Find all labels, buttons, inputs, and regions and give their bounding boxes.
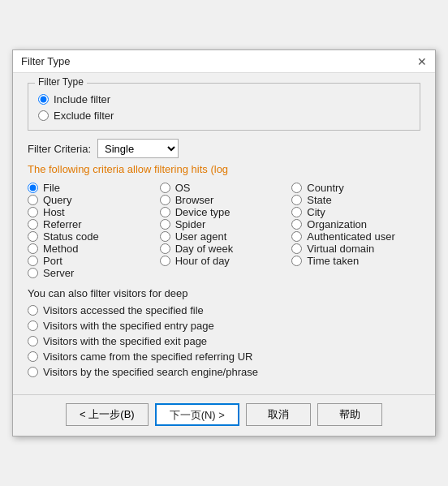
visitor-radio-4[interactable] [28,351,38,362]
hour-of-day-label[interactable]: Hour of day [175,255,230,267]
title-bar: Filter Type ✕ [13,50,435,73]
visitor-label-1[interactable]: Visitors accessed the specified file [43,304,204,316]
user-agent-label[interactable]: User agent [175,230,227,243]
method-radio[interactable] [28,243,38,254]
method-label[interactable]: Method [43,243,78,255]
visitor-row-5: Visitors by the specified search engine/… [28,366,420,378]
exclude-filter-radio[interactable] [38,110,49,121]
state-radio[interactable] [291,195,302,205]
criteria-grid: File Query Host Referrer Status code [28,182,420,279]
state-label[interactable]: State [307,194,331,206]
host-row: Host [28,206,157,218]
include-filter-radio[interactable] [38,94,49,105]
os-radio[interactable] [160,183,170,193]
referrer-radio[interactable] [28,219,38,230]
auth-user-label[interactable]: Authenticated user [307,230,394,243]
day-of-week-row: Day of week [160,243,289,255]
auth-user-row: Authenticated user [291,230,420,243]
query-row: Query [28,194,157,206]
referrer-row: Referrer [28,218,157,230]
cancel-button[interactable]: 取消 [246,403,311,426]
server-radio[interactable] [28,268,38,278]
device-type-row: Device type [160,206,289,218]
file-radio[interactable] [28,183,38,193]
country-label[interactable]: Country [307,182,344,194]
spider-radio[interactable] [160,219,170,230]
hour-of-day-row: Hour of day [160,255,289,267]
next-button[interactable]: 下一页(N) > [155,403,239,426]
dialog-footer: < 上一步(B) 下一页(N) > 取消 帮助 [13,394,435,436]
file-row: File [28,182,157,194]
time-taken-radio[interactable] [291,256,302,266]
visitor-radio-1[interactable] [28,305,38,316]
day-of-week-radio[interactable] [160,243,170,254]
include-filter-label[interactable]: Include filter [54,93,110,105]
organization-radio[interactable] [291,219,302,230]
visitor-row-4: Visitors came from the specified referri… [28,351,420,363]
visitors-section: You can also filter visitors for deep Vi… [28,287,420,378]
visitor-radio-2[interactable] [28,320,38,331]
criteria-col1: File Query Host Referrer Status code [28,182,157,279]
city-label[interactable]: City [307,206,325,218]
country-radio[interactable] [291,183,302,193]
filter-type-dialog: Filter Type ✕ Filter Type Include filter… [12,49,436,437]
time-taken-row: Time taken [291,255,420,267]
device-type-label[interactable]: Device type [175,206,230,218]
time-taken-label[interactable]: Time taken [307,255,359,267]
help-button[interactable]: 帮助 [317,403,382,426]
filter-criteria-select[interactable]: Single Multiple [97,139,179,158]
port-label[interactable]: Port [43,255,62,267]
visitors-list: Visitors accessed the specified file Vis… [28,304,420,378]
hour-of-day-radio[interactable] [160,256,170,266]
filter-criteria-label: Filter Criteria: [28,143,91,155]
virtual-domain-label[interactable]: Virtual domain [307,243,374,255]
organization-row: Organization [291,218,420,230]
query-radio[interactable] [28,195,38,205]
visitors-title: You can also filter visitors for deep [28,287,420,299]
visitor-radio-5[interactable] [28,367,38,377]
visitor-label-2[interactable]: Visitors with the specified entry page [43,320,214,332]
visitor-row-1: Visitors accessed the specified file [28,304,420,316]
browser-label[interactable]: Browser [175,194,214,206]
server-row: Server [28,267,157,279]
exclude-filter-label[interactable]: Exclude filter [54,110,114,122]
browser-radio[interactable] [160,195,170,205]
day-of-week-label[interactable]: Day of week [175,243,234,255]
visitor-label-5[interactable]: Visitors by the specified search engine/… [43,366,258,378]
user-agent-radio[interactable] [160,231,170,242]
city-radio[interactable] [291,207,302,217]
spider-row: Spider [160,218,289,230]
spider-label[interactable]: Spider [175,218,206,230]
virtual-domain-row: Virtual domain [291,243,420,255]
status-code-radio[interactable] [28,231,38,242]
city-row: City [291,206,420,218]
exclude-filter-row: Exclude filter [38,110,410,122]
device-type-radio[interactable] [160,207,170,217]
status-code-label[interactable]: Status code [43,230,99,243]
state-row: State [291,194,420,206]
user-agent-row: User agent [160,230,289,243]
close-button[interactable]: ✕ [417,56,427,67]
method-row: Method [28,243,157,255]
status-code-row: Status code [28,230,157,243]
filter-criteria-row: Filter Criteria: Single Multiple [28,139,420,158]
query-label[interactable]: Query [43,194,71,206]
visitor-label-4[interactable]: Visitors came from the specified referri… [43,351,252,363]
virtual-domain-radio[interactable] [291,243,302,254]
visitor-row-2: Visitors with the specified entry page [28,320,420,332]
visitor-label-3[interactable]: Visitors with the specified exit page [43,335,207,347]
server-label[interactable]: Server [43,267,74,279]
file-label[interactable]: File [43,182,60,194]
visitor-radio-3[interactable] [28,336,38,346]
auth-user-radio[interactable] [291,231,302,242]
host-label[interactable]: Host [43,206,65,218]
referrer-label[interactable]: Referrer [43,218,82,230]
port-radio[interactable] [28,256,38,266]
dialog-body: Filter Type Include filter Exclude filte… [13,73,435,394]
organization-label[interactable]: Organization [307,218,367,230]
host-radio[interactable] [28,207,38,217]
port-row: Port [28,255,157,267]
os-label[interactable]: OS [175,182,191,194]
back-button[interactable]: < 上一步(B) [66,403,149,426]
include-filter-row: Include filter [38,93,410,105]
